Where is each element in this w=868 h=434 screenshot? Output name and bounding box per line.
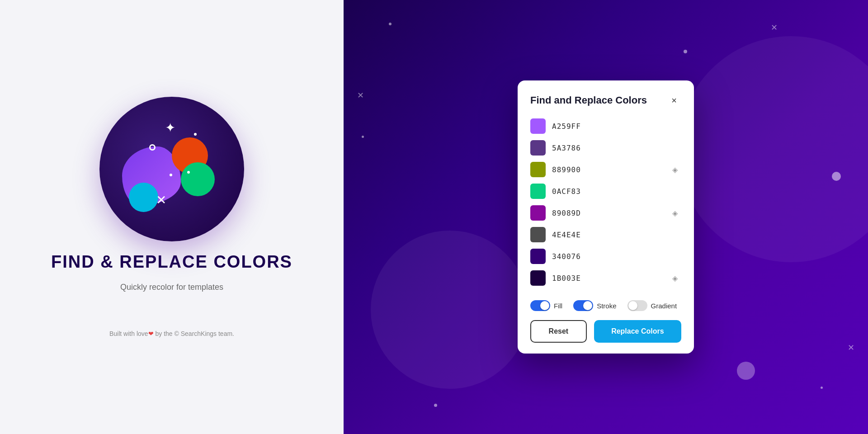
close-button[interactable]: × bbox=[667, 93, 681, 108]
color-row-c2[interactable]: 5A3786 bbox=[530, 140, 681, 156]
bg-dot-5 bbox=[821, 387, 823, 389]
color-label-c3: 889900 bbox=[552, 165, 662, 174]
bg-dot-7 bbox=[434, 404, 437, 407]
bg-dot-2 bbox=[684, 50, 687, 53]
color-row-c5[interactable]: 89089D◈ bbox=[530, 205, 681, 221]
toggle-group-stroke: Stroke bbox=[573, 300, 616, 311]
color-action-c5[interactable]: ◈ bbox=[669, 207, 681, 219]
bg-dot-3 bbox=[362, 136, 364, 138]
toggle-group-fill: Fill bbox=[530, 300, 562, 311]
toggle-label-stroke: Stroke bbox=[597, 302, 616, 310]
footer-text: Built with love❤ by the © SearchKings te… bbox=[109, 330, 234, 337]
color-label-c5: 89089D bbox=[552, 209, 662, 217]
small-ring bbox=[149, 144, 156, 151]
color-label-c6: 4E4E4E bbox=[552, 231, 681, 239]
right-panel: ✕ ✕ ✕ Find and Replace Colors × A259FF5A… bbox=[344, 0, 868, 434]
footer-suffix: by the © SearchKings team. bbox=[154, 330, 234, 337]
color-swatch-c5 bbox=[530, 205, 546, 221]
color-action-c8[interactable]: ◈ bbox=[669, 272, 681, 284]
heart-icon: ❤ bbox=[148, 330, 154, 337]
footer-prefix: Built with love bbox=[109, 330, 148, 337]
color-list: A259FF5A3786889900◈0ACF8389089D◈4E4E4E34… bbox=[530, 118, 681, 286]
bg-star-icon-1: ✕ bbox=[771, 23, 778, 33]
bg-star-icon-3: ✕ bbox=[357, 90, 364, 100]
toggle-fill[interactable] bbox=[530, 300, 550, 311]
toggle-label-gradient: Gradient bbox=[651, 302, 677, 310]
color-row-c7[interactable]: 340076 bbox=[530, 249, 681, 264]
color-swatch-c8 bbox=[530, 270, 546, 286]
bg-dot-1 bbox=[389, 23, 392, 25]
color-row-c4[interactable]: 0ACF83 bbox=[530, 184, 681, 199]
toggle-thumb-gradient bbox=[628, 301, 637, 310]
bg-dot-4 bbox=[832, 172, 841, 181]
toggle-thumb-stroke bbox=[583, 301, 592, 310]
color-label-c1: A259FF bbox=[552, 122, 681, 131]
bg-circle-1 bbox=[678, 36, 868, 262]
toggle-thumb-fill bbox=[540, 301, 549, 310]
buttons-row: Reset Replace Colors bbox=[530, 320, 681, 343]
left-panel: ✦ ✕ FIND & REPLACE COLORS Quickly recolo… bbox=[0, 0, 344, 434]
color-swatch-c2 bbox=[530, 140, 546, 156]
color-row-c6[interactable]: 4E4E4E bbox=[530, 227, 681, 242]
bg-circle-2 bbox=[371, 231, 529, 389]
color-label-c7: 340076 bbox=[552, 252, 681, 261]
blue-circle bbox=[129, 183, 158, 212]
dialog-title: Find and Replace Colors bbox=[530, 94, 647, 106]
color-row-c1[interactable]: A259FF bbox=[530, 118, 681, 134]
color-label-c4: 0ACF83 bbox=[552, 187, 681, 196]
dialog-header: Find and Replace Colors × bbox=[530, 93, 681, 108]
color-swatch-c4 bbox=[530, 184, 546, 199]
toggle-label-fill: Fill bbox=[554, 302, 562, 310]
green-circle bbox=[181, 162, 215, 196]
small-dot-2 bbox=[187, 171, 190, 174]
color-swatch-c6 bbox=[530, 227, 546, 242]
color-swatch-c1 bbox=[530, 118, 546, 134]
app-subtitle: Quickly recolor for templates bbox=[120, 283, 223, 292]
star-icon-2: ✕ bbox=[156, 194, 166, 207]
app-title: FIND & REPLACE COLORS bbox=[51, 252, 292, 272]
color-row-c8[interactable]: 1B003E◈ bbox=[530, 270, 681, 286]
small-dot-1 bbox=[170, 174, 172, 176]
logo-illustration: ✦ ✕ bbox=[99, 97, 244, 241]
star-icon-1: ✦ bbox=[165, 122, 175, 134]
color-label-c2: 5A3786 bbox=[552, 144, 681, 152]
color-swatch-c3 bbox=[530, 162, 546, 177]
toggle-stroke[interactable] bbox=[573, 300, 593, 311]
find-replace-dialog: Find and Replace Colors × A259FF5A378688… bbox=[518, 80, 694, 354]
toggle-gradient[interactable] bbox=[627, 300, 647, 311]
color-action-c3[interactable]: ◈ bbox=[669, 163, 681, 176]
toggle-group-gradient: Gradient bbox=[627, 300, 677, 311]
toggles-row: FillStrokeGradient bbox=[530, 298, 681, 311]
replace-colors-button[interactable]: Replace Colors bbox=[594, 320, 681, 343]
color-label-c8: 1B003E bbox=[552, 274, 662, 283]
bg-star-icon-2: ✕ bbox=[848, 343, 854, 353]
bg-dot-6 bbox=[737, 362, 755, 380]
color-swatch-c7 bbox=[530, 249, 546, 264]
reset-button[interactable]: Reset bbox=[530, 320, 587, 343]
small-dot-3 bbox=[194, 133, 197, 136]
color-row-c3[interactable]: 889900◈ bbox=[530, 162, 681, 177]
